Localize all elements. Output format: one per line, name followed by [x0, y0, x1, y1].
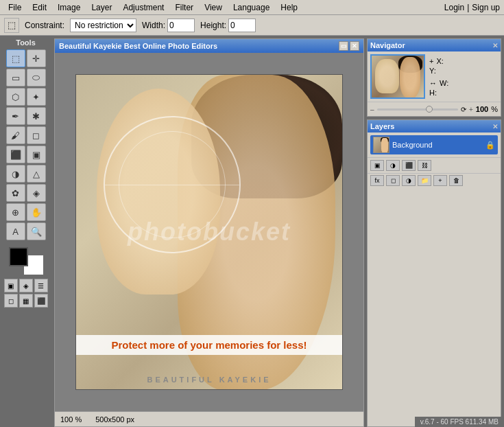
- rect-select-tool[interactable]: ▭: [6, 69, 25, 86]
- crop-icon-button[interactable]: ⬚: [4, 18, 19, 33]
- bottom-tool-6[interactable]: ⬛: [34, 294, 48, 308]
- nav-w-icon: ↔: [429, 79, 437, 87]
- nav-w-row: ↔ W:: [429, 79, 498, 87]
- menu-help[interactable]: Help: [275, 1, 303, 14]
- menu-language[interactable]: Language: [228, 1, 275, 14]
- layer-add-mask-button[interactable]: ◻: [386, 175, 400, 186]
- layer-item-background[interactable]: Background 🔒: [370, 135, 498, 154]
- ellipse-select-tool[interactable]: ⬭: [27, 69, 46, 86]
- layer-name: Background: [392, 141, 483, 149]
- bottom-tool-3[interactable]: ☰: [34, 279, 48, 292]
- signup-link[interactable]: Sign up: [472, 3, 500, 12]
- eraser-tool[interactable]: ◻: [27, 126, 46, 144]
- menu-adjustment[interactable]: Adjustment: [117, 1, 169, 14]
- photo-restore-button[interactable]: ▭: [339, 41, 348, 51]
- layer-tool-opacity[interactable]: ◑: [386, 160, 400, 171]
- photo-close-button[interactable]: ✕: [350, 41, 359, 51]
- layer-lock-icon: 🔒: [485, 141, 495, 150]
- layers-title: Layers: [370, 122, 394, 130]
- zoom-slider-track[interactable]: [377, 108, 458, 111]
- sharpen-tool[interactable]: ◈: [27, 184, 46, 202]
- layers-list: Background 🔒: [368, 132, 501, 157]
- tools-title: Tools: [16, 38, 36, 47]
- bottom-tool-2[interactable]: ◈: [19, 279, 33, 292]
- zoom-percent-sign: %: [491, 105, 498, 113]
- constraint-select[interactable]: No restriction Fixed Ratio Fixed Size: [70, 19, 136, 32]
- options-bar: ⬚ Constraint: No restriction Fixed Ratio…: [0, 15, 504, 36]
- nav-h-row: H:: [429, 89, 498, 97]
- navigator-zoom-bar: – ⟳ + 100 %: [368, 102, 501, 116]
- brush-tool[interactable]: 🖌: [6, 126, 25, 144]
- zoom-percent-value: 100: [476, 105, 488, 113]
- eyedropper-tool[interactable]: ✒: [6, 107, 25, 125]
- layer-delete-button[interactable]: 🗑: [449, 175, 463, 186]
- layers-footer: fx ◻ ◑ 📁 + 🗑: [368, 173, 501, 187]
- magic-wand-tool[interactable]: ✦: [27, 88, 46, 106]
- magnify-tool[interactable]: ⊕: [6, 203, 25, 221]
- width-field: Width:: [142, 19, 195, 32]
- layer-thumb-face: [381, 138, 388, 153]
- ad-banner: Protect more of your memories for less!: [76, 335, 342, 355]
- watermark-text: photobucket: [76, 218, 342, 246]
- nav-x-icon: +: [429, 57, 433, 65]
- layer-group-button[interactable]: 📁: [418, 175, 431, 186]
- heal-tool[interactable]: ✱: [27, 107, 46, 125]
- layer-add-style-button[interactable]: fx: [370, 175, 384, 186]
- right-panels: Navigator ✕ + X: Y:: [367, 36, 504, 427]
- bottom-tool-4[interactable]: ◻: [4, 294, 18, 308]
- menu-layer[interactable]: Layer: [86, 1, 117, 14]
- navigator-thumbnail[interactable]: [370, 54, 425, 99]
- login-link[interactable]: Login: [444, 3, 464, 12]
- bottom-tool-5[interactable]: ▦: [19, 294, 33, 308]
- bottom-tool-1[interactable]: ▣: [4, 279, 18, 292]
- nav-thumb-face: [400, 57, 420, 98]
- layer-tool-link[interactable]: ⛓: [418, 160, 431, 171]
- foreground-color-swatch[interactable]: [9, 247, 28, 266]
- gradient-tool[interactable]: ▣: [27, 146, 46, 163]
- hand-tool[interactable]: ✋: [27, 203, 46, 221]
- tools-grid: ⬚ ✛ ▭ ⬭ ⬡ ✦ ✒ ✱ 🖌 ◻ ⬛ ▣ ◑ △ ✿ ◈ ⊕ ✋ A 🔍: [6, 49, 46, 240]
- layer-adjustment-button[interactable]: ◑: [402, 175, 416, 186]
- layer-tool-fill[interactable]: ⬛: [402, 160, 416, 171]
- clone-tool[interactable]: ✿: [6, 184, 25, 202]
- navigator-content: + X: Y: ↔ W: H:: [368, 51, 501, 102]
- menu-image[interactable]: Image: [52, 1, 86, 14]
- zoom-plus-button[interactable]: +: [469, 106, 473, 113]
- dodge-tool[interactable]: ◑: [6, 165, 25, 183]
- menu-filter[interactable]: Filter: [169, 1, 199, 14]
- navigator-close-button[interactable]: ✕: [492, 42, 498, 49]
- nav-w-label: W:: [440, 79, 448, 87]
- zoom-angle-icon: ⟳: [461, 106, 466, 113]
- height-input[interactable]: [228, 19, 256, 32]
- zoom-tool[interactable]: 🔍: [27, 222, 46, 240]
- menu-view[interactable]: View: [199, 1, 228, 14]
- color-swatches: [9, 247, 43, 275]
- menu-edit[interactable]: Edit: [27, 1, 52, 14]
- zoom-slider-thumb[interactable]: [426, 106, 433, 113]
- type-tool[interactable]: A: [6, 222, 25, 240]
- tools-panel: Tools ⬚ ✛ ▭ ⬭ ⬡ ✦ ✒ ✱ 🖌 ◻ ⬛ ▣ ◑ △ ✿ ◈ ⊕ …: [0, 36, 51, 427]
- layer-tool-blend[interactable]: ▣: [370, 160, 384, 171]
- fill-tool[interactable]: ⬛: [6, 146, 25, 163]
- photo-content[interactable]: photobucket Protect more of your memorie…: [55, 53, 363, 411]
- navigator-panel: Navigator ✕ + X: Y:: [367, 38, 501, 117]
- navigator-title: Navigator: [370, 41, 405, 49]
- lasso-tool[interactable]: ⬡: [6, 88, 25, 106]
- photo-canvas[interactable]: photobucket Protect more of your memorie…: [75, 74, 343, 390]
- navigator-titlebar: Navigator ✕: [368, 39, 501, 51]
- nav-thumb-child: [375, 59, 399, 93]
- photo-window: Beautiful Kayekie Best Online Photo Edit…: [54, 38, 364, 427]
- crop-tool[interactable]: ⬚: [6, 49, 25, 67]
- photo-controls: ▭ ✕: [339, 41, 359, 51]
- photo-titlebar: Beautiful Kayekie Best Online Photo Edit…: [55, 39, 363, 53]
- tools-bottom-grid: ▣ ◈ ☰ ◻ ▦ ⬛: [4, 279, 48, 308]
- zoom-minus-button[interactable]: –: [370, 106, 374, 113]
- move-tool[interactable]: ✛: [27, 49, 46, 67]
- layers-close-button[interactable]: ✕: [492, 123, 498, 130]
- width-input[interactable]: [167, 19, 195, 32]
- status-bar: v.6.7 - 60 FPS 611.34 MB: [415, 417, 504, 427]
- burn-tool[interactable]: △: [27, 165, 46, 183]
- menu-file[interactable]: File: [3, 1, 27, 14]
- layers-panel: Layers ✕ Background 🔒 ▣ ◑ ⬛ ⛓: [367, 119, 501, 427]
- layer-new-button[interactable]: +: [433, 175, 447, 186]
